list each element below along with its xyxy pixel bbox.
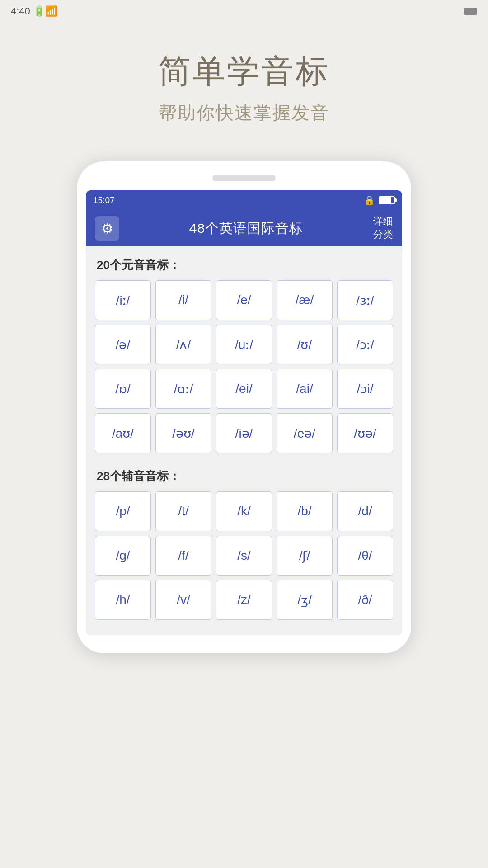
gear-button[interactable]: ⚙: [95, 216, 119, 241]
phonetic-cell-v[interactable]: /v/: [155, 580, 211, 620]
vowels-row-4: /aʊ/ /əʊ/ /iə/ /eə/ /ʊə/: [95, 413, 393, 453]
phonetic-cell-z[interactable]: /z/: [216, 580, 272, 620]
phonetic-cell-caret[interactable]: /ʌ/: [155, 325, 211, 364]
phonetic-cell-uu[interactable]: /uː/: [216, 325, 272, 364]
consonants-row-1: /p/ /t/ /k/ /b/ /d/: [95, 491, 393, 531]
phonetic-cell-t[interactable]: /t/: [155, 491, 211, 531]
lock-icon: 🔒: [364, 195, 375, 206]
phonetic-cell-p[interactable]: /p/: [95, 491, 151, 531]
phonetic-cell-f[interactable]: /f/: [155, 536, 211, 576]
phonetic-cell-e[interactable]: /e/: [216, 280, 272, 320]
phonetic-cell-oi[interactable]: /ɔi/: [337, 369, 393, 409]
phonetic-cell-g[interactable]: /g/: [95, 536, 151, 576]
phonetic-cell-ei[interactable]: /ei/: [216, 369, 272, 409]
consonants-section-title: 28个辅音音标：: [95, 468, 393, 484]
phonetic-cell-ai[interactable]: /ai/: [277, 369, 333, 409]
phonetic-cell-ou[interactable]: /əʊ/: [155, 413, 211, 453]
vowels-section-title: 20个元音音标：: [95, 257, 393, 273]
phonetic-cell-h[interactable]: /h/: [95, 580, 151, 620]
battery-icon: [379, 196, 395, 204]
phonetic-cell-schwa[interactable]: /ə/: [95, 325, 151, 364]
content-area: 20个元音音标： /iː/ /i/ /e/ /æ/ /ɜː/ /ə/ /ʌ/ /…: [86, 246, 402, 635]
phonetic-cell-dh[interactable]: /ð/: [337, 580, 393, 620]
phone-mockup: 15:07 🔒 ⚙ 48个英语国际音标 详细分类 20个元音音标： /iː/: [77, 161, 411, 653]
phonetic-cell-zh[interactable]: /ʒ/: [277, 580, 333, 620]
vowels-row-3: /ɒ/ /ɑː/ /ei/ /ai/ /ɔi/: [95, 369, 393, 409]
phonetic-cell-th[interactable]: /θ/: [337, 536, 393, 576]
phonetic-cell-b[interactable]: /b/: [277, 491, 333, 531]
outer-status-right: [464, 8, 477, 15]
phonetic-cell-ii[interactable]: /iː/: [95, 280, 151, 320]
phonetic-cell-er[interactable]: /ɜː/: [337, 280, 393, 320]
phonetic-cell-ua[interactable]: /ʊə/: [337, 413, 393, 453]
phonetic-cell-s[interactable]: /s/: [216, 536, 272, 576]
app-title-sub: 帮助你快速掌握发音: [0, 100, 488, 125]
phonetic-cell-ae[interactable]: /æ/: [277, 280, 333, 320]
phonetic-cell-i[interactable]: /i/: [155, 280, 211, 320]
phonetic-cell-ea[interactable]: /eə/: [277, 413, 333, 453]
phonetic-cell-au[interactable]: /aʊ/: [95, 413, 151, 453]
app-navbar: ⚙ 48个英语国际音标 详细分类: [86, 210, 402, 246]
phonetic-cell-d[interactable]: /d/: [337, 491, 393, 531]
app-title-main: 简单学音标: [0, 50, 488, 93]
phone-notch: [212, 175, 276, 181]
outer-time: 4:40 🔋📶: [11, 5, 57, 17]
app-title-area: 简单学音标 帮助你快速掌握发音: [0, 23, 488, 134]
phonetic-cell-o[interactable]: /ɒ/: [95, 369, 151, 409]
phone-status-bar: 15:07 🔒: [86, 190, 402, 210]
phone-status-right: 🔒: [364, 195, 395, 206]
outer-status-bar: 4:40 🔋📶: [0, 0, 488, 23]
phonetic-cell-sh[interactable]: /ʃ/: [277, 536, 333, 576]
vowels-row-1: /iː/ /i/ /e/ /æ/ /ɜː/: [95, 280, 393, 320]
phonetic-cell-upsilon[interactable]: /ʊ/: [277, 325, 333, 364]
navbar-title: 48个英语国际音标: [189, 219, 303, 238]
phone-screen: 15:07 🔒 ⚙ 48个英语国际音标 详细分类 20个元音音标： /iː/: [86, 190, 402, 635]
phonetic-cell-ar[interactable]: /ɑː/: [155, 369, 211, 409]
phone-time: 15:07: [93, 195, 115, 205]
consonants-row-3: /h/ /v/ /z/ /ʒ/ /ð/: [95, 580, 393, 620]
vowels-row-2: /ə/ /ʌ/ /uː/ /ʊ/ /ɔː/: [95, 325, 393, 364]
phonetic-cell-k[interactable]: /k/: [216, 491, 272, 531]
gear-icon: ⚙: [101, 221, 113, 236]
phonetic-cell-or[interactable]: /ɔː/: [337, 325, 393, 364]
phonetic-cell-ia[interactable]: /iə/: [216, 413, 272, 453]
consonants-row-2: /g/ /f/ /s/ /ʃ/ /θ/: [95, 536, 393, 576]
navbar-detail-button[interactable]: 详细分类: [373, 215, 393, 241]
